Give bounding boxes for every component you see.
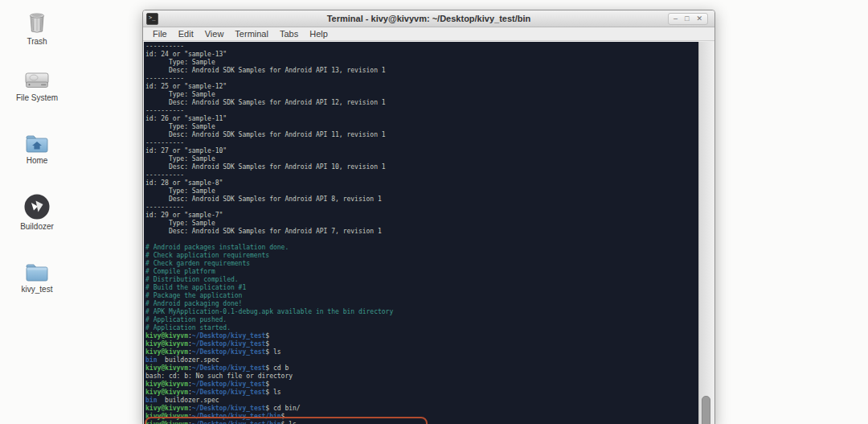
folder-icon [24,261,50,283]
terminal-line: bin buildozer.spec [145,397,698,405]
terminal-line: kivy@kivyvm:~/Desktop/kivy_test$ [145,381,698,389]
menu-edit[interactable]: Edit [173,29,199,39]
scrollbar-thumb[interactable] [702,396,710,424]
desktop-icon-trash[interactable]: Trash [5,10,69,46]
terminal-line: kivy@kivyvm:~/Desktop/kivy_test$ [145,340,698,348]
maximize-button[interactable]: □ [685,14,689,23]
terminal-line: kivy@kivyvm:~/Desktop/kivy_test$ cd bin/ [145,405,698,413]
buildozer-icon [23,193,51,220]
terminal-output[interactable]: ----------id: 24 or "sample-13" Type: Sa… [144,42,698,424]
harddrive-icon [23,68,51,92]
terminal-line: kivy@kivyvm:~/Desktop/kivy_test$ ls [145,348,698,356]
terminal-line: Desc: Android SDK Samples for Android AP… [145,131,698,139]
menu-file[interactable]: File [147,29,173,39]
menu-tabs[interactable]: Tabs [274,29,304,39]
trash-icon [24,10,50,35]
desktop-icon-label: Buildozer [5,222,69,231]
terminal-line: kivy@kivyvm:~/Desktop/kivy_test$ cd b [145,364,698,373]
menu-terminal[interactable]: Terminal [229,29,274,39]
terminal-line: bin buildozer.spec [145,356,698,364]
terminal-line: ---------- [145,43,698,51]
terminal-line [145,236,698,244]
terminal-line: kivy@kivyvm:~/Desktop/kivy_test$ ls [145,389,698,397]
terminal-line: Desc: Android SDK Samples for Android AP… [145,99,698,107]
terminal-line: Type: Sample [145,123,698,131]
terminal-line: Type: Sample [145,155,698,163]
terminal-line: Desc: Android SDK Samples for Android AP… [145,67,698,75]
terminal-line: # Build the application #1 [145,284,698,292]
terminal-line: ---------- [145,107,698,115]
terminal-line: # Check garden requirements [145,260,698,268]
desktop-icon-file-system[interactable]: File System [5,68,69,102]
menubar: File Edit View Terminal Tabs Help [143,27,714,41]
desktop-icon-buildozer[interactable]: Buildozer [5,193,69,231]
terminal-line: # Check application requirements [145,252,698,260]
terminal-line: id: 27 or "sample-10" [145,147,698,155]
terminal-line: Type: Sample [145,187,698,196]
terminal-line: id: 29 or "sample-7" [145,212,698,220]
home-folder-icon [24,132,50,154]
terminal-line: # Android packaging done! [145,300,698,308]
minimize-button[interactable]: – [674,14,678,23]
terminal-line: id: 24 or "sample-13" [145,51,698,59]
terminal-line: kivy@kivyvm:~/Desktop/kivy_test/bin$ ls [145,421,698,424]
terminal-area: ----------id: 24 or "sample-13" Type: Sa… [144,42,714,424]
terminal-line: Desc: Android SDK Samples for Android AP… [145,228,698,236]
menu-help[interactable]: Help [304,29,334,39]
terminal-line: ---------- [145,204,698,212]
terminal-line: Desc: Android SDK Samples for Android AP… [145,196,698,204]
terminal-line: # Application started. [145,324,698,332]
terminal-window: Terminal - kivy@kivyvm: ~/Desktop/kivy_t… [142,10,715,424]
terminal-line: # Android packages installation done. [145,244,698,252]
scrollbar[interactable] [698,42,714,424]
terminal-line: kivy@kivyvm:~/Desktop/kivy_test$ [145,332,698,340]
desktop-icon-label: kivy_test [5,285,69,294]
terminal-line: # Package the application [145,292,698,300]
terminal-line: Desc: Android SDK Samples for Android AP… [145,163,698,171]
terminal-line: Type: Sample [145,91,698,99]
terminal-line: # Compile platform [145,268,698,276]
desktop-icon-kivy-test[interactable]: kivy_test [5,261,69,294]
desktop-icon-label: File System [5,93,69,102]
window-controls: – □ ✕ [668,13,708,25]
terminal-line: id: 26 or "sample-11" [145,115,698,123]
terminal-line: # Application pushed. [145,316,698,324]
terminal-line: Type: Sample [145,220,698,228]
window-title: Terminal - kivy@kivyvm: ~/Desktop/kivy_t… [143,14,714,23]
desktop-icon-label: Home [5,156,69,165]
terminal-line: kivy@kivyvm:~/Desktop/kivy_test/bin$ [145,413,698,421]
terminal-line: ---------- [145,75,698,83]
terminal-line: id: 25 or "sample-12" [145,83,698,91]
terminal-line: ---------- [145,171,698,179]
terminal-line: bash: cd: b: No such file or directory [145,373,698,381]
close-button[interactable]: ✕ [696,14,702,23]
terminal-app-icon [146,13,158,25]
terminal-line: id: 28 or "sample-8" [145,179,698,187]
terminal-line: Type: Sample [145,59,698,67]
desktop-icon-home[interactable]: Home [5,132,69,165]
terminal-line: # APK MyApplication-0.1-debug.apk availa… [145,308,698,316]
terminal-line: ---------- [145,139,698,147]
desktop-icon-label: Trash [5,37,69,46]
terminal-line: # Distribution compiled. [145,276,698,284]
titlebar[interactable]: Terminal - kivy@kivyvm: ~/Desktop/kivy_t… [143,10,714,27]
menu-view[interactable]: View [199,29,230,39]
